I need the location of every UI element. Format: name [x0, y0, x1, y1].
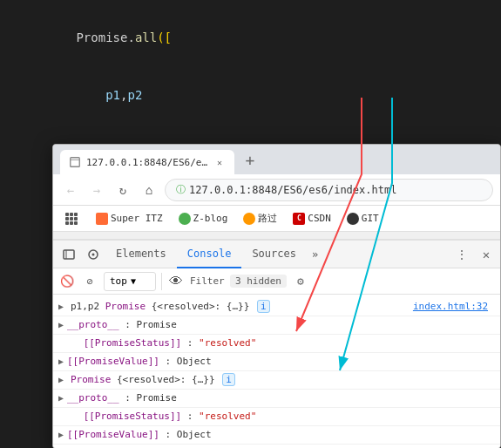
- code-line-2: p1,p2: [17, 66, 484, 124]
- context-dropdown-icon: ▼: [131, 276, 136, 286]
- promise-value-key-1: [[PromiseValue]]: [67, 356, 159, 367]
- svg-point-3: [92, 253, 95, 255]
- expand-arrow-1[interactable]: ▶: [58, 300, 64, 314]
- info-badge-2[interactable]: i: [222, 373, 235, 386]
- hidden-messages-badge: 3 hidden: [230, 275, 287, 288]
- git-bookmark[interactable]: GIT: [342, 211, 384, 227]
- filter-label: Filter: [190, 275, 225, 287]
- sources-tab-label: Sources: [252, 248, 296, 260]
- console-toolbar: 🚫 ⊘ top ▼ 👁 Filter 3 hidden ⚙: [53, 268, 500, 295]
- devtools-tab-sources[interactable]: Sources: [241, 241, 307, 268]
- promise-value-val-2: : Object: [166, 429, 212, 440]
- promise-status-key-1: [[PromiseStatus]]: [84, 337, 182, 349]
- devtools-sidebar-toggle[interactable]: [57, 242, 81, 267]
- super-itz-icon: [96, 213, 108, 225]
- console-entry-1-value: ▶ [[PromiseValue]] : Object: [53, 353, 500, 371]
- console-entry-2-proto: ▶ __proto__ : Promise: [53, 390, 500, 408]
- svg-rect-1: [64, 250, 74, 259]
- road-bookmark[interactable]: 路过: [238, 210, 282, 227]
- console-entry-2: ▶ Promise {<resolved>: {…}} i: [53, 371, 500, 390]
- proto-value-2: : Promise: [125, 392, 177, 404]
- console-tab-label: Console: [187, 248, 232, 260]
- console-output: ▶ p1,p2 Promise {<resolved>: {…}} i inde…: [53, 295, 500, 447]
- csdn-bookmark[interactable]: C CSDN: [288, 211, 336, 227]
- info-badge-1[interactable]: i: [257, 300, 270, 313]
- promise-status-2: {<resolved>: {…}}: [117, 374, 220, 385]
- promise-value-key-2: [[PromiseValue]]: [67, 429, 159, 440]
- line-ref-1[interactable]: index.html:32: [413, 300, 488, 314]
- tab-close-button[interactable]: ✕: [213, 156, 226, 168]
- console-entry-1: ▶ p1,p2 Promise {<resolved>: {…}} i inde…: [53, 298, 500, 316]
- console-context-selector[interactable]: top ▼: [104, 272, 156, 291]
- proto-label-1: __proto__: [67, 319, 119, 330]
- eye-icon[interactable]: 👁: [167, 273, 185, 290]
- back-button[interactable]: ←: [60, 180, 81, 200]
- apps-bookmark[interactable]: [60, 211, 85, 227]
- proto-arrow-1[interactable]: ▶: [58, 318, 64, 332]
- road-icon: [243, 213, 255, 225]
- devtools-menu-button[interactable]: ⋮: [451, 244, 472, 265]
- promise-label-1: Promise: [105, 301, 152, 312]
- devtools-tabs-bar: Elements Console Sources » ⋮ ✕: [53, 241, 500, 268]
- value-arrow-2[interactable]: ▶: [58, 428, 64, 442]
- inspect-icon: [86, 248, 100, 261]
- git-icon: [347, 213, 359, 225]
- git-label: GIT: [362, 213, 379, 224]
- z-blog-bookmark[interactable]: Z-blog: [173, 211, 234, 227]
- browser-window: 127.0.0.1:8848/ES6/es6/index. ✕ + ← → ↻ …: [52, 144, 501, 448]
- super-itz-bookmark[interactable]: Super ITZ: [91, 211, 168, 227]
- url-text: 127.0.0.1:8848/ES6/es6/index.html: [189, 184, 396, 196]
- watermark: https://blog.csdn.net/2269571627: [352, 432, 494, 443]
- z-blog-icon: [179, 213, 191, 225]
- promise-status-key-2: [[PromiseStatus]]: [84, 411, 182, 422]
- devtools-inspect-button[interactable]: [81, 242, 105, 267]
- promise-status-colon-1: :: [187, 337, 199, 349]
- console-entry-2-status: [[PromiseStatus]] : "resolved": [53, 408, 500, 426]
- promise-status-value-1: "resolved": [199, 337, 256, 349]
- promise-value-val-1: : Object: [166, 356, 212, 367]
- road-label: 路过: [258, 212, 277, 225]
- address-bar: ← → ↻ ⌂ ⓘ 127.0.0.1:8848/ES6/es6/index.h…: [53, 174, 500, 206]
- devtools-tab-console[interactable]: Console: [177, 241, 242, 268]
- promise-status-value-2: "resolved": [199, 411, 256, 422]
- devtools-panel: Elements Console Sources » ⋮ ✕ 🚫 ⊘ top ▼: [53, 239, 500, 448]
- console-entry-1-proto: ▶ __proto__ : Promise: [53, 316, 500, 335]
- promise-status-colon-2: :: [187, 411, 199, 422]
- console-filter-toggle[interactable]: ⊘: [81, 273, 98, 290]
- tab-bar: 127.0.0.1:8848/ES6/es6/index. ✕ +: [53, 145, 500, 174]
- super-itz-label: Super ITZ: [111, 213, 163, 224]
- home-button[interactable]: ⌂: [139, 180, 159, 200]
- refresh-button[interactable]: ↻: [112, 180, 133, 200]
- console-clear-button[interactable]: 🚫: [58, 273, 76, 290]
- csdn-icon: C: [293, 213, 305, 225]
- z-blog-label: Z-blog: [193, 213, 228, 224]
- toolbar-divider: [161, 273, 162, 290]
- tab-label: 127.0.0.1:8848/ES6/es6/index.: [86, 157, 208, 168]
- devtools-more-tabs[interactable]: »: [307, 248, 323, 261]
- tab-page-icon: [69, 156, 81, 168]
- console-entry-1-status: [[PromiseStatus]] : "resolved": [53, 335, 500, 353]
- proto-label-2: __proto__: [67, 392, 119, 404]
- console-p1p2-label: p1,p2: [71, 301, 105, 312]
- address-input[interactable]: ⓘ 127.0.0.1:8848/ES6/es6/index.html: [165, 179, 493, 201]
- console-settings-button[interactable]: ⚙: [292, 273, 309, 290]
- new-tab-button[interactable]: +: [238, 147, 262, 172]
- console-context-label: top: [110, 275, 127, 287]
- value-arrow-1[interactable]: ▶: [58, 355, 64, 369]
- apps-icon: [65, 213, 78, 225]
- proto-value-1: : Promise: [125, 319, 177, 330]
- elements-tab-label: Elements: [116, 248, 166, 260]
- browser-tab[interactable]: 127.0.0.1:8848/ES6/es6/index. ✕: [60, 150, 234, 174]
- devtools-tab-elements[interactable]: Elements: [105, 241, 177, 268]
- svg-rect-0: [71, 158, 80, 167]
- promise-status-1: {<resolved>: {…}}: [152, 301, 255, 312]
- devtools-close-button[interactable]: ✕: [476, 244, 497, 265]
- forward-button[interactable]: →: [86, 180, 107, 200]
- devtools-actions: ⋮ ✕: [451, 244, 497, 265]
- promise-label-2: Promise: [71, 374, 117, 385]
- expand-arrow-2[interactable]: ▶: [58, 373, 64, 387]
- proto-arrow-2[interactable]: ▶: [58, 391, 64, 405]
- bookmarks-bar: Super ITZ Z-blog 路过 C CSDN GIT: [53, 206, 500, 232]
- security-icon: ⓘ: [176, 183, 186, 196]
- csdn-label: CSDN: [308, 213, 331, 224]
